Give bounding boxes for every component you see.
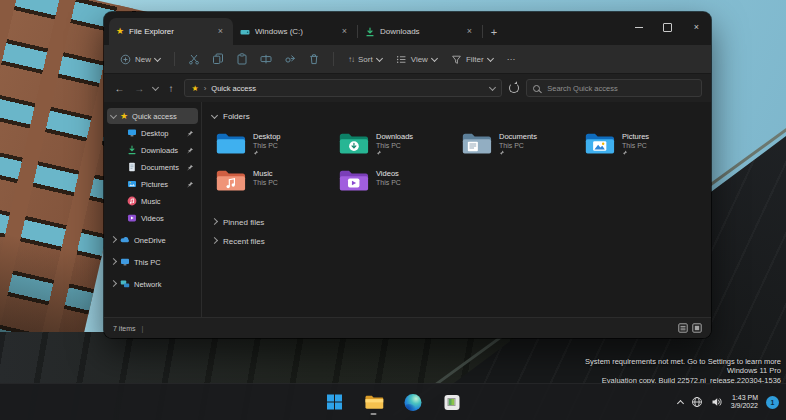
delete-button[interactable] [303,50,325,68]
sidebar-item-downloads[interactable]: Downloads [107,142,198,158]
folder-name: Desktop [253,132,281,141]
minimize-button[interactable] [624,12,653,42]
tab-windows-c[interactable]: Windows (C:) × [233,18,357,45]
folder-location: This PC [253,179,278,186]
folder-tile-documents[interactable]: Documents This PC [458,128,581,165]
taskbar-clock[interactable]: 1:43 PM 3/9/2022 [731,394,758,411]
sort-button[interactable]: ↑↓ Sort [342,52,388,67]
expand-chevron-icon[interactable] [110,235,117,242]
network-tray-icon[interactable] [691,396,703,408]
new-tab-button[interactable]: + [483,18,505,45]
sort-label: Sort [358,55,373,64]
back-button[interactable]: ← [113,83,126,94]
pin-icon [253,150,281,156]
command-bar: New ↑↓ So [104,45,711,74]
filter-label: Filter [466,55,484,64]
tray-overflow-chevron-icon[interactable] [677,399,684,406]
recent-locations-chevron[interactable] [152,83,159,90]
expand-chevron-icon[interactable] [110,257,117,264]
tab-downloads[interactable]: Downloads × [358,18,482,45]
music-icon [127,196,137,206]
download-icon [365,27,375,37]
toolbar-separator [174,52,175,66]
folder-tile-music[interactable]: Music This PC [212,165,335,202]
filter-button[interactable]: Filter [445,51,499,68]
notification-badge[interactable]: 1 [766,396,779,409]
pin-icon [376,150,413,156]
folder-tile-downloads[interactable]: Downloads This PC [335,128,458,165]
new-button[interactable]: New [114,51,166,68]
up-button[interactable]: ↑ [165,83,178,94]
sidebar-item-documents[interactable]: Documents [107,159,198,175]
onedrive-cloud-icon [120,235,130,245]
folders-section-header[interactable]: Folders [212,109,701,123]
quick-access-star-icon: ★ [120,112,128,121]
folder-tile-videos[interactable]: Videos This PC [335,165,458,202]
sidebar-item-network[interactable]: Network [107,276,198,292]
search-box[interactable] [526,79,702,97]
watermark-line-2: Windows 11 Pro [585,366,781,376]
expand-chevron-icon[interactable] [110,279,117,286]
sidebar-item-label: Desktop [141,129,169,138]
share-button[interactable] [279,50,301,68]
chevron-down-icon [376,54,383,61]
search-input[interactable] [545,83,695,94]
copy-button[interactable] [207,50,229,68]
more-options-button[interactable]: ⋯ [501,52,521,67]
start-button[interactable] [322,388,348,416]
view-icon [396,54,407,65]
folder-name: Documents [499,132,537,141]
sidebar-item-onedrive[interactable]: OneDrive [107,232,198,248]
address-dropdown-chevron[interactable] [489,83,496,90]
collapse-chevron-icon[interactable] [110,111,117,118]
breadcrumb[interactable]: Quick access [211,84,256,93]
tab-close-icon[interactable]: × [464,26,475,37]
desktop-icon [127,128,137,138]
file-explorer-taskbar-icon[interactable] [361,388,387,416]
thumbnails-view-button[interactable] [692,323,702,333]
folder-name: Videos [376,169,399,178]
expand-chevron-icon [211,237,218,244]
view-button[interactable]: View [390,51,443,68]
toolbar-separator [333,52,334,66]
maximize-button[interactable] [653,12,682,42]
sidebar-item-desktop[interactable]: Desktop [107,125,198,141]
new-label: New [135,55,151,64]
folder-tile-desktop[interactable]: Desktop This PC [212,128,335,165]
pin-icon [622,150,649,156]
content-pane: Folders Desktop This PC [202,102,711,317]
folder-tile-pictures[interactable]: Pictures This PC [581,128,704,165]
close-button[interactable]: × [682,12,711,42]
forward-button[interactable]: → [133,83,146,94]
folders-grid: Desktop This PC Downloads This PC [212,128,706,202]
sidebar-item-label: Music [141,197,161,206]
sidebar-item-pictures[interactable]: Pictures [107,176,198,192]
refresh-icon[interactable] [509,83,519,93]
tab-bar: ★ File Explorer × Windows (C:) × Downloa… [104,12,711,45]
folder-name: Music [253,169,273,178]
app-tile-icon [444,395,459,410]
tab-close-icon[interactable]: × [215,26,226,37]
pinned-files-section-header[interactable]: Pinned files [212,215,701,230]
folder-location: This PC [622,142,647,149]
window-controls: × [624,12,711,42]
new-icon [120,54,131,65]
sidebar-item-quick-access[interactable]: ★ Quick access [107,108,198,124]
app-taskbar-icon[interactable] [439,388,465,416]
edge-taskbar-icon[interactable] [400,388,426,416]
paste-button[interactable] [231,50,253,68]
cut-button[interactable] [183,50,205,68]
volume-tray-icon[interactable] [711,396,723,408]
sidebar-item-music[interactable]: Music [107,193,198,209]
tab-file-explorer[interactable]: ★ File Explorer × [109,18,233,45]
address-bar[interactable]: ★ › Quick access [184,79,502,97]
pin-icon [187,147,194,154]
tab-close-icon[interactable]: × [339,26,350,37]
details-view-button[interactable] [678,323,688,333]
rename-button[interactable] [255,50,277,68]
sidebar-item-this-pc[interactable]: This PC [107,254,198,270]
tab-label: Windows (C:) [255,27,303,36]
sidebar-item-videos[interactable]: Videos [107,210,198,226]
sidebar-item-label: Downloads [141,146,178,155]
recent-files-section-header[interactable]: Recent files [212,234,701,249]
